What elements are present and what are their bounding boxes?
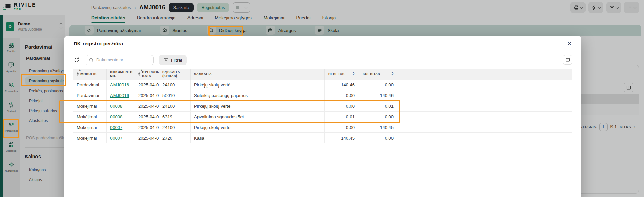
cell-modulis: Mokėjimai — [73, 133, 107, 143]
column-label: DOKUMENTO NR. — [110, 70, 133, 78]
document-link[interactable]: 00007 — [110, 125, 122, 130]
column-header-filler — [398, 69, 572, 80]
annotation-box-pardavimu-saskaitos — [21, 74, 66, 86]
cell-kreditas: 0.00 — [359, 133, 398, 143]
column-header-debetas[interactable]: DEBETASΣ — [325, 69, 359, 80]
cell-data: 2025-04-03 — [135, 80, 159, 90]
cell-kreditas: 140.46 — [359, 90, 398, 101]
cell-filler — [398, 80, 572, 90]
cell-saskaita: Suteiktų paslaugų pajamos — [191, 90, 325, 101]
close-icon[interactable]: ✕ — [565, 39, 574, 48]
refresh-icon — [74, 57, 80, 63]
annotation-box-table-rows — [59, 100, 400, 123]
cell-kreditas: 140.45 — [359, 122, 398, 133]
column-label: SĄSKAITA (KODAS) — [162, 70, 187, 78]
cell-filler — [398, 90, 572, 101]
cell-saskaita-kodas: 50010 — [159, 90, 191, 101]
column-label: KREDITAS — [363, 72, 380, 76]
sort-icon: 2 — [138, 72, 140, 76]
cell-saskaita-kodas: 24100 — [159, 122, 191, 133]
cell-filler — [398, 112, 572, 122]
search-icon — [89, 58, 94, 63]
column-label: MODULIS — [80, 72, 97, 76]
cell-debetas: 0.00 — [325, 122, 359, 133]
filter-button-label: Filtrai — [171, 58, 182, 63]
table-header-row: 1MODULISDOKUMENTO NR.2OPERACIJOS DATASĄS… — [73, 69, 572, 80]
annotation-box-didzioji-knyga — [208, 26, 243, 36]
search-input-wrap — [86, 55, 154, 65]
search-input[interactable] — [86, 55, 153, 65]
table-row: PardavimaiAMJ00162025-04-0350010Suteiktų… — [73, 90, 572, 101]
filter-icon — [164, 58, 169, 62]
column-header-dokumento-nr-[interactable]: DOKUMENTO NR. — [107, 69, 135, 80]
cell-dok-nr: 00007 — [107, 122, 135, 133]
cell-filler — [398, 122, 572, 133]
cell-modulis: Pardavimai — [73, 80, 107, 90]
column-header-modulis[interactable]: 1MODULIS — [73, 69, 107, 80]
app-window: RIVILE ERP Pardavimų sąskaitos › AMJ0016… — [0, 0, 644, 197]
cell-debetas: 0.00 — [325, 90, 359, 101]
column-header-s-skaita[interactable]: SĄSKAITA — [191, 69, 325, 80]
cell-saskaita-kodas: 24100 — [159, 80, 191, 90]
cell-saskaita: Kasa — [191, 133, 325, 143]
filter-button[interactable]: Filtrai — [159, 55, 187, 65]
cell-data: 2025-04-03 — [135, 122, 159, 133]
column-label: SĄSKAITA — [194, 72, 212, 76]
sort-icon: 1 — [77, 72, 79, 76]
column-header-operacijos-data[interactable]: 2OPERACIJOS DATA — [135, 69, 159, 80]
cell-filler — [398, 101, 572, 112]
table-row: PardavimaiAMJ00162025-04-0324100Pirkėjų … — [73, 80, 572, 90]
sigma-icon[interactable]: Σ — [391, 72, 394, 77]
column-header-kreditas[interactable]: KREDITASΣ — [359, 69, 398, 80]
annotation-box-pardavimai-rail — [3, 119, 19, 138]
column-header-s-skaita-kodas-[interactable]: SĄSKAITA (KODAS) — [159, 69, 191, 80]
cell-data: 2025-04-03 — [135, 133, 159, 143]
cell-modulis: Mokėjimai — [73, 122, 107, 133]
cell-saskaita: Pirkėjų skolų vertė — [191, 122, 325, 133]
cell-saskaita-kodas: 2720 — [159, 133, 191, 143]
cell-debetas: 140.45 — [325, 133, 359, 143]
modal-title: DK registro peržiūra — [74, 40, 123, 46]
table-row: Mokėjimai000072025-04-0324100Pirkėjų sko… — [73, 122, 572, 133]
column-label: DEBETAS — [328, 72, 345, 76]
cell-modulis: Pardavimai — [73, 90, 107, 101]
document-link[interactable]: AMJ0016 — [110, 93, 129, 98]
document-link[interactable]: 00007 — [110, 136, 122, 141]
cell-saskaita: Pirkėjų skolų vertė — [191, 80, 325, 90]
cell-kreditas: 0.00 — [359, 80, 398, 90]
columns-icon — [565, 57, 570, 62]
table-row: Mokėjimai000072025-04-032720Kasa140.450.… — [73, 133, 572, 143]
cell-dok-nr: AMJ0016 — [107, 90, 135, 101]
cell-data: 2025-04-03 — [135, 90, 159, 101]
refresh-icon[interactable] — [73, 56, 80, 64]
cell-dok-nr: AMJ0016 — [107, 80, 135, 90]
cell-debetas: 140.46 — [325, 80, 359, 90]
sigma-icon[interactable]: Σ — [353, 72, 355, 77]
filter-icon — [164, 58, 169, 62]
cell-dok-nr: 00007 — [107, 133, 135, 143]
columns-toggle-button[interactable] — [563, 55, 572, 65]
cell-filler — [398, 133, 572, 143]
document-link[interactable]: AMJ0016 — [110, 82, 129, 88]
